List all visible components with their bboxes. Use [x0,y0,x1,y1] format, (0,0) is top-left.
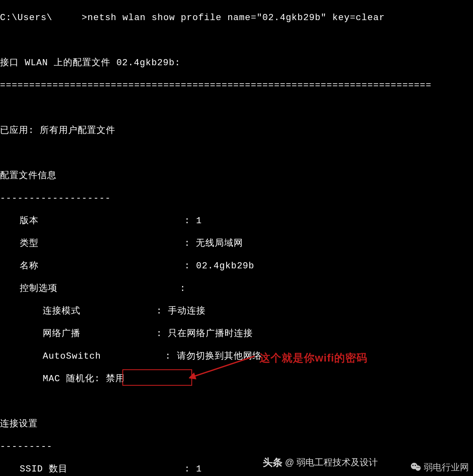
kv-row: SSID 数目 : 1 [0,464,473,475]
kv-row: 版本 : 1 [0,215,473,227]
watermark-brand: 头条 [263,456,282,469]
kv-row: 网络广播 : 只在网络广播时连接 [0,328,473,340]
applied-line: 已应用: 所有用户配置文件 [0,125,473,137]
watermark-left-name: 弱电工程技术及设计 [296,457,378,468]
watermark-toutiao: 头条 @ 弱电工程技术及设计 [263,456,378,469]
svg-point-3 [412,465,413,466]
watermark-wechat: 弱电行业网 [411,462,469,473]
prompt-user-redacted [53,12,82,24]
kv-row: AutoSwitch : 请勿切换到其他网络 [0,351,473,362]
section-dash: ------------------- [0,193,473,204]
svg-point-5 [417,467,418,468]
section-profile-info: 配置文件信息 [0,170,473,182]
interface-line: 接口 WLAN 上的配置文件 02.4gkb29b: [0,57,473,69]
prompt-gt: > [82,13,87,23]
kv-row: 连接模式 : 手动连接 [0,306,473,317]
terminal-output: C:\Users\ >netsh wlan show profile name=… [0,0,473,476]
svg-point-4 [415,465,416,466]
section-dash: --------- [0,441,473,453]
watermark-at: @ [285,457,294,468]
kv-row: 名称 : 02.4gkb29b [0,261,473,272]
wechat-icon [411,462,421,471]
separator-line: ========================================… [0,80,473,92]
kv-row: 类型 : 无线局域网 [0,238,473,249]
prompt-path: C:\Users\ [0,13,53,23]
annotation-text: 这个就是你wifi的密码 [259,351,367,365]
svg-point-6 [418,467,419,468]
svg-point-2 [416,465,421,471]
section-conn: 连接设置 [0,419,473,430]
watermark-right-name: 弱电行业网 [424,462,469,473]
kv-row: 控制选项 : [0,283,473,295]
prompt-command[interactable]: netsh wlan show profile name="02.4gkb29b… [87,13,385,23]
kv-row: MAC 随机化: 禁用 [0,373,473,385]
prompt-line: C:\Users\ >netsh wlan show profile name=… [0,12,473,24]
